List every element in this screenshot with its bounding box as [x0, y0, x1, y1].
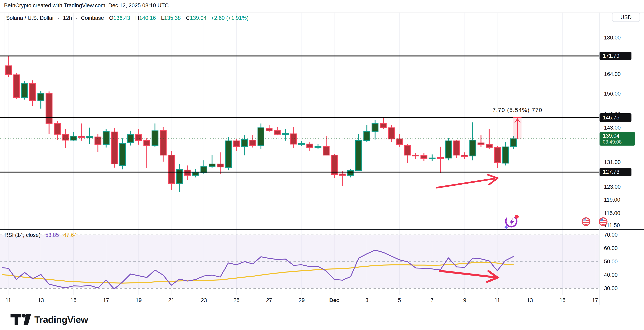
- price-tick-label: 180.00: [604, 35, 621, 41]
- candle[interactable]: [396, 134, 402, 146]
- rsi-ma-value: 47.64: [63, 232, 77, 238]
- candle[interactable]: [299, 141, 305, 146]
- time-tick-label: 15: [70, 297, 76, 303]
- tradingview-glyph-icon: [10, 313, 32, 325]
- close-value: 139.04: [190, 15, 206, 21]
- candle[interactable]: [54, 121, 60, 140]
- candle[interactable]: [356, 134, 362, 171]
- candle[interactable]: [111, 128, 117, 168]
- time-tick-label: 17: [592, 297, 598, 303]
- candle[interactable]: [421, 153, 427, 161]
- time-tick-label: 13: [527, 297, 533, 303]
- tradingview-logo[interactable]: TradingView: [10, 313, 88, 325]
- separator-dot: ·: [76, 15, 78, 21]
- candle[interactable]: [30, 80, 36, 106]
- candle[interactable]: [46, 91, 52, 134]
- candle[interactable]: [168, 151, 174, 190]
- price-tick-label: 115.00: [604, 210, 620, 216]
- rsi-tick-label: 50.00: [604, 259, 618, 265]
- tradingview-logo-text: TradingView: [34, 314, 88, 325]
- candle[interactable]: [128, 131, 134, 145]
- currency-usd-button[interactable]: USD: [612, 13, 640, 22]
- symbol-info-bar[interactable]: Solana / U.S. Dollar · 12h · Coinbase O1…: [6, 15, 248, 21]
- candle[interactable]: [258, 123, 264, 149]
- candle[interactable]: [70, 132, 76, 141]
- symbol-title[interactable]: Solana / U.S. Dollar: [6, 15, 54, 21]
- price-tick-label: 143.00: [604, 125, 621, 131]
- candle[interactable]: [38, 91, 44, 108]
- candle[interactable]: [380, 117, 386, 129]
- candle[interactable]: [437, 146, 443, 173]
- time-tick-label: 21: [168, 297, 174, 303]
- candle[interactable]: [429, 154, 435, 161]
- rsi-tick-label: 70.00: [604, 232, 618, 238]
- candle[interactable]: [340, 171, 346, 186]
- candle[interactable]: [413, 153, 419, 159]
- time-tick-label: 11: [494, 297, 500, 303]
- interval-label[interactable]: 12h: [63, 15, 72, 21]
- candle[interactable]: [388, 125, 394, 142]
- candle[interactable]: [454, 140, 460, 158]
- candle[interactable]: [119, 138, 125, 170]
- open-key: O: [109, 15, 114, 21]
- price-level-chip: 127.73: [600, 168, 632, 176]
- open-value: 136.43: [114, 15, 130, 21]
- candle[interactable]: [348, 169, 354, 178]
- time-tick-label: 17: [103, 297, 109, 303]
- candle[interactable]: [405, 144, 411, 163]
- price-tick-label: 131.00: [604, 159, 621, 166]
- candle[interactable]: [87, 127, 93, 144]
- separator-dot: ·: [58, 15, 60, 21]
- candle[interactable]: [462, 152, 468, 159]
- candle[interactable]: [486, 129, 492, 149]
- candle[interactable]: [152, 123, 158, 147]
- candle[interactable]: [144, 138, 150, 168]
- candle[interactable]: [250, 135, 256, 147]
- candle[interactable]: [209, 155, 215, 168]
- candle[interactable]: [193, 169, 199, 178]
- candle[interactable]: [331, 154, 337, 178]
- rsi-value: 53.85: [45, 232, 59, 238]
- candle[interactable]: [494, 146, 500, 168]
- rsi-legend[interactable]: RSI (14, close) 53.85 47.64: [4, 232, 77, 238]
- price-tick-label: 119.00: [604, 197, 620, 203]
- candle[interactable]: [242, 135, 248, 155]
- candle[interactable]: [136, 129, 142, 145]
- chart-screenshot: BeInCrypto created with TradingView.com,…: [0, 0, 644, 330]
- candle[interactable]: [307, 142, 313, 151]
- candle[interactable]: [184, 166, 190, 180]
- candle[interactable]: [160, 127, 166, 161]
- time-tick-label: 19: [136, 297, 142, 303]
- candle[interactable]: [103, 129, 109, 147]
- candle[interactable]: [176, 164, 182, 192]
- price-level-chip: 171.79: [600, 52, 632, 60]
- candle[interactable]: [445, 138, 451, 160]
- candle[interactable]: [502, 142, 508, 166]
- candle[interactable]: [364, 125, 370, 142]
- candle[interactable]: [79, 123, 85, 141]
- candle[interactable]: [234, 139, 240, 151]
- candle[interactable]: [226, 137, 232, 171]
- current-price-chip: 139.04 03:49:08: [600, 132, 635, 145]
- candle[interactable]: [290, 127, 296, 148]
- candle[interactable]: [95, 134, 101, 152]
- candle[interactable]: [266, 125, 272, 132]
- candle[interactable]: [478, 135, 484, 146]
- candlestick-chart[interactable]: [0, 0, 644, 330]
- price-tick-label: 156.00: [604, 91, 621, 97]
- candle[interactable]: [13, 73, 20, 99]
- trend-arrow: [436, 175, 498, 188]
- candle[interactable]: [22, 81, 28, 100]
- candle[interactable]: [315, 144, 321, 149]
- candle[interactable]: [274, 127, 280, 135]
- candle[interactable]: [5, 56, 11, 77]
- time-tick-label: 5: [398, 297, 401, 303]
- time-tick-label: 3: [366, 297, 368, 303]
- price-tick-label: 123.00: [604, 184, 621, 190]
- rsi-tick-label: 30.00: [604, 285, 618, 291]
- bar-countdown: 03:49:08: [603, 139, 622, 145]
- candle[interactable]: [217, 152, 223, 174]
- candle[interactable]: [282, 129, 288, 141]
- candle[interactable]: [372, 120, 378, 140]
- candle[interactable]: [470, 122, 476, 160]
